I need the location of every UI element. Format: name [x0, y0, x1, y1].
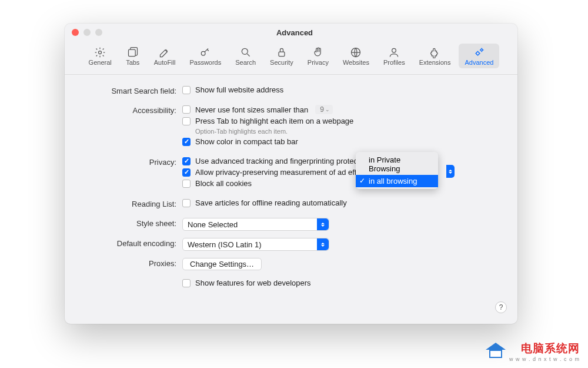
- tab-websites[interactable]: Websites: [337, 44, 375, 68]
- popup-option-private[interactable]: in Private Browsing: [356, 154, 438, 175]
- ad-measure-checkbox[interactable]: [182, 168, 191, 177]
- save-offline-text: Save articles for offline reading automa…: [195, 198, 347, 207]
- change-settings-button[interactable]: Change Settings…: [182, 258, 262, 270]
- tab-label: Passwords: [189, 59, 221, 66]
- watermark-url: w w w . d n x t w . c o m: [509, 356, 580, 362]
- svg-rect-4: [279, 52, 285, 57]
- hand-icon: [311, 46, 325, 59]
- tab-label: AutoFill: [154, 59, 176, 66]
- tab-label: Search: [235, 59, 256, 66]
- pref-toolbar: General Tabs AutoFill Passwords Search S…: [65, 41, 517, 75]
- show-full-address-text: Show full website address: [195, 85, 283, 94]
- updown-icon: [446, 165, 455, 178]
- watermark: 电脑系统网 w w w . d n x t w . c o m: [486, 341, 580, 362]
- watermark-text: 电脑系统网: [509, 341, 580, 356]
- lock-icon: [275, 46, 289, 59]
- tab-label: Tabs: [126, 59, 139, 66]
- updown-icon: [317, 238, 329, 250]
- help-button[interactable]: ?: [495, 301, 507, 313]
- pencil-icon: [158, 46, 172, 59]
- developer-features-checkbox[interactable]: [182, 279, 191, 287]
- tab-label: General: [89, 59, 112, 66]
- globe-icon: [349, 46, 363, 59]
- block-cookies-checkbox[interactable]: [182, 180, 191, 188]
- font-min-text: Never use font sizes smaller than: [195, 105, 308, 114]
- gear-icon: [93, 46, 107, 59]
- style-sheet-select[interactable]: None Selected: [182, 218, 329, 231]
- compact-color-checkbox[interactable]: [182, 138, 191, 146]
- reading-list-label: Reading List:: [82, 198, 182, 208]
- tab-label: Profiles: [383, 59, 405, 66]
- window-title: Advanced: [79, 28, 510, 37]
- encoding-label: Default encoding:: [82, 238, 182, 248]
- press-tab-hint: Option-Tab highlights each item.: [195, 128, 500, 135]
- encoding-select[interactable]: Western (ISO Latin 1): [182, 238, 329, 251]
- press-tab-checkbox[interactable]: [182, 117, 191, 125]
- svg-point-2: [202, 51, 206, 55]
- svg-point-8: [480, 49, 482, 51]
- tab-extensions[interactable]: Extensions: [413, 44, 457, 68]
- updown-icon: [317, 218, 329, 230]
- tab-autofill[interactable]: AutoFill: [148, 44, 182, 68]
- svg-point-3: [242, 48, 248, 54]
- close-icon[interactable]: [72, 29, 79, 36]
- compact-color-text: Show color in compact tab bar: [195, 137, 298, 146]
- person-icon: [387, 46, 401, 59]
- tab-profiles[interactable]: Profiles: [377, 44, 411, 68]
- svg-rect-1: [128, 49, 135, 57]
- proxies-label: Proxies:: [82, 258, 182, 268]
- svg-point-7: [476, 52, 479, 55]
- tab-label: Websites: [343, 59, 369, 66]
- puzzle-icon: [428, 46, 442, 59]
- titlebar: Advanced: [65, 24, 517, 41]
- gears-icon: [472, 46, 486, 59]
- tab-label: Security: [270, 59, 293, 66]
- press-tab-text: Press Tab to highlight each item on a we…: [195, 117, 353, 125]
- tab-label: Extensions: [419, 59, 451, 66]
- content-area: Smart Search field: Show full website ad…: [65, 75, 517, 301]
- tab-advanced[interactable]: Advanced: [459, 44, 499, 68]
- tab-passwords[interactable]: Passwords: [183, 44, 227, 68]
- popup-option-all[interactable]: in all browsing: [356, 175, 438, 187]
- svg-point-6: [392, 48, 396, 52]
- tab-label: Privacy: [308, 59, 329, 66]
- smart-search-label: Smart Search field:: [82, 85, 182, 95]
- tab-general[interactable]: General: [83, 44, 118, 68]
- developer-features-text: Show features for web developers: [195, 279, 311, 287]
- tabs-icon: [126, 46, 140, 59]
- tab-tabs[interactable]: Tabs: [120, 44, 146, 68]
- preferences-window: Advanced General Tabs AutoFill Passwords…: [65, 24, 517, 324]
- tab-search[interactable]: Search: [229, 44, 262, 68]
- tracking-scope-popup: in Private Browsing in all browsing: [356, 152, 438, 189]
- style-sheet-label: Style sheet:: [82, 218, 182, 228]
- tracking-checkbox[interactable]: [182, 157, 191, 165]
- privacy-label: Privacy:: [82, 157, 182, 167]
- tab-label: Advanced: [465, 59, 493, 66]
- house-icon: [486, 343, 506, 360]
- key-icon: [198, 46, 212, 59]
- show-full-address-checkbox[interactable]: [182, 86, 191, 94]
- tracking-text: Use advanced tracking and fingerprinting…: [195, 157, 370, 165]
- accessibility-label: Accessibility:: [82, 105, 182, 115]
- font-min-checkbox[interactable]: [182, 105, 191, 114]
- font-min-stepper[interactable]: 9⌄: [315, 105, 333, 114]
- save-offline-checkbox[interactable]: [182, 199, 191, 207]
- tab-security[interactable]: Security: [264, 44, 299, 68]
- search-icon: [239, 46, 253, 59]
- tab-privacy[interactable]: Privacy: [302, 44, 335, 68]
- chevron-down-icon: ⌄: [325, 107, 330, 112]
- svg-point-0: [99, 51, 102, 54]
- block-cookies-text: Block all cookies: [195, 179, 252, 188]
